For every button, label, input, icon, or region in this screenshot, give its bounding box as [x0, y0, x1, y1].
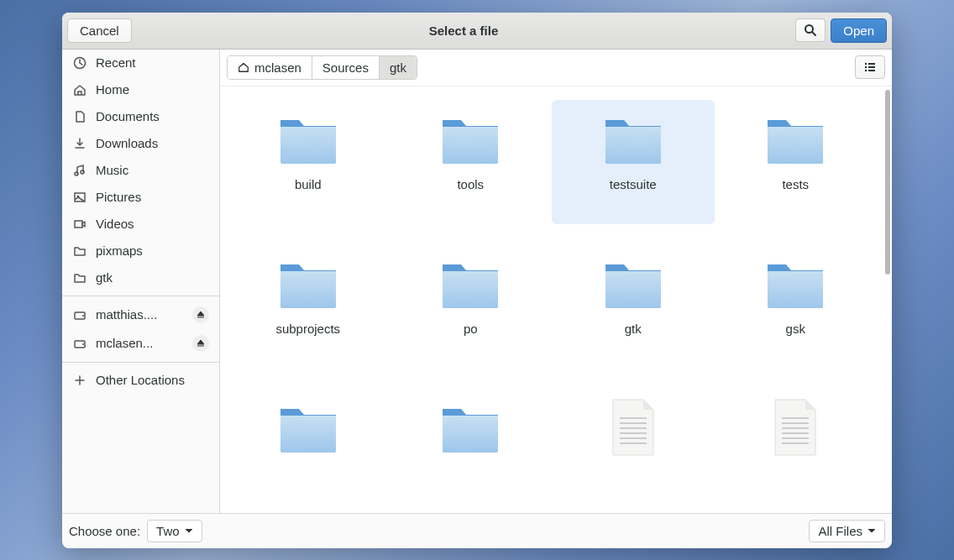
file-label: tests: [782, 177, 809, 191]
breadcrumb-label: gtk: [390, 60, 406, 75]
folder-item[interactable]: tests: [715, 100, 878, 224]
chevron-down-icon: [868, 526, 876, 535]
home-icon: [72, 82, 87, 97]
titlebar: Cancel Select a file Open: [62, 13, 892, 50]
folder-icon: [763, 253, 828, 313]
sidebar-mount-1[interactable]: matthias....: [62, 301, 219, 329]
folder-icon: [72, 270, 87, 285]
choose-dropdown[interactable]: Two: [147, 520, 202, 542]
sidebar-item-label: Home: [96, 82, 209, 97]
sidebar-item-pictures[interactable]: Pictures: [62, 184, 219, 211]
sidebar-item-label: pixmaps: [96, 243, 209, 258]
file-chooser-window: Cancel Select a file Open Recent Home Do…: [62, 13, 892, 548]
eject-button[interactable]: [192, 335, 209, 352]
picture-icon: [72, 190, 87, 205]
svg-point-14: [865, 66, 867, 68]
music-icon: [72, 163, 87, 178]
home-icon: [238, 61, 249, 73]
sidebar-item-label: Pictures: [96, 190, 209, 204]
clock-icon: [72, 55, 87, 71]
view-list-button[interactable]: [855, 55, 885, 79]
file-label: build: [295, 177, 322, 191]
file-label: gsk: [786, 322, 805, 336]
filter-value: All Files: [818, 524, 862, 538]
scrollbar[interactable]: [883, 86, 892, 513]
folder-item[interactable]: po: [390, 244, 553, 369]
svg-point-3: [75, 172, 78, 175]
folder-item[interactable]: testsuite: [552, 100, 715, 224]
sidebar-other-locations[interactable]: Other Locations: [62, 367, 219, 394]
open-button[interactable]: Open: [831, 18, 887, 43]
eject-button[interactable]: [192, 306, 209, 323]
breadcrumb-sources[interactable]: Sources: [312, 56, 380, 79]
folder-icon: [72, 243, 87, 259]
content-pane: mclasen Sources gtk buildtoolstestsuitet…: [220, 50, 892, 513]
folder-icon: [275, 108, 341, 169]
breadcrumb-label: Sources: [322, 60, 369, 75]
sidebar-item-home[interactable]: Home: [62, 76, 219, 103]
sidebar-item-label: Other Locations: [96, 373, 209, 387]
file-grid-wrapper: buildtoolstestsuitetestssubprojectspogtk…: [220, 86, 892, 513]
sidebar-item-gtk[interactable]: gtk: [62, 264, 219, 291]
file-icon: [763, 397, 828, 458]
sidebar-item-downloads[interactable]: Downloads: [62, 130, 219, 157]
filter-dropdown[interactable]: All Files: [809, 520, 885, 542]
plus-icon: [72, 373, 87, 388]
sidebar-mount-label: matthias....: [96, 307, 184, 322]
breadcrumb-home[interactable]: mclasen: [228, 56, 312, 79]
folder-item[interactable]: [390, 389, 553, 499]
search-button[interactable]: [795, 18, 826, 42]
choose-value: Two: [156, 524, 180, 538]
file-item[interactable]: [715, 389, 878, 499]
svg-rect-13: [868, 63, 875, 65]
folder-item[interactable]: subprojects: [227, 244, 390, 369]
svg-point-11: [82, 343, 84, 345]
main-content: Recent Home Documents Downloads Music Pi…: [62, 50, 892, 513]
search-icon: [804, 24, 817, 37]
file-label: subprojects: [275, 322, 340, 336]
drive-icon: [72, 307, 87, 322]
drive-icon: [72, 336, 87, 351]
svg-point-12: [865, 63, 867, 65]
svg-line-1: [812, 32, 815, 35]
folder-item[interactable]: gsk: [715, 244, 878, 369]
sidebar-item-label: Downloads: [96, 136, 209, 150]
cancel-button[interactable]: Cancel: [67, 18, 132, 43]
folder-icon: [600, 253, 666, 313]
sidebar-mount-2[interactable]: mclasen...: [62, 329, 219, 358]
sidebar-item-documents[interactable]: Documents: [62, 103, 219, 130]
sidebar-item-recent[interactable]: Recent: [62, 50, 219, 76]
video-icon: [72, 217, 87, 232]
scrollbar-thumb[interactable]: [885, 90, 890, 275]
svg-point-16: [865, 70, 867, 71]
sidebar: Recent Home Documents Downloads Music Pi…: [62, 50, 220, 513]
download-icon: [72, 136, 87, 151]
file-grid: buildtoolstestsuitetestssubprojectspogtk…: [220, 86, 883, 513]
svg-point-4: [81, 170, 84, 174]
svg-rect-17: [868, 70, 875, 71]
sidebar-item-label: Videos: [96, 217, 209, 231]
folder-icon: [438, 253, 503, 313]
svg-point-9: [82, 315, 84, 317]
breadcrumb-gtk[interactable]: gtk: [380, 56, 417, 79]
svg-rect-7: [75, 221, 82, 228]
sidebar-item-label: Documents: [96, 109, 209, 123]
folder-icon: [438, 397, 503, 458]
sidebar-item-label: gtk: [96, 270, 209, 285]
folder-item[interactable]: build: [227, 100, 390, 224]
folder-icon: [438, 108, 503, 169]
folder-icon: [600, 108, 666, 169]
sidebar-item-videos[interactable]: Videos: [62, 211, 219, 238]
file-item[interactable]: [552, 389, 715, 499]
file-label: testsuite: [610, 177, 657, 191]
folder-item[interactable]: [227, 389, 390, 499]
folder-icon: [275, 397, 341, 458]
file-label: gtk: [625, 322, 642, 336]
sidebar-item-music[interactable]: Music: [62, 157, 219, 184]
sidebar-item-pixmaps[interactable]: pixmaps: [62, 238, 219, 264]
folder-item[interactable]: tools: [390, 100, 553, 224]
breadcrumb: mclasen Sources gtk: [227, 55, 417, 80]
folder-icon: [763, 108, 828, 169]
folder-item[interactable]: gtk: [552, 244, 715, 369]
file-icon: [600, 397, 666, 458]
